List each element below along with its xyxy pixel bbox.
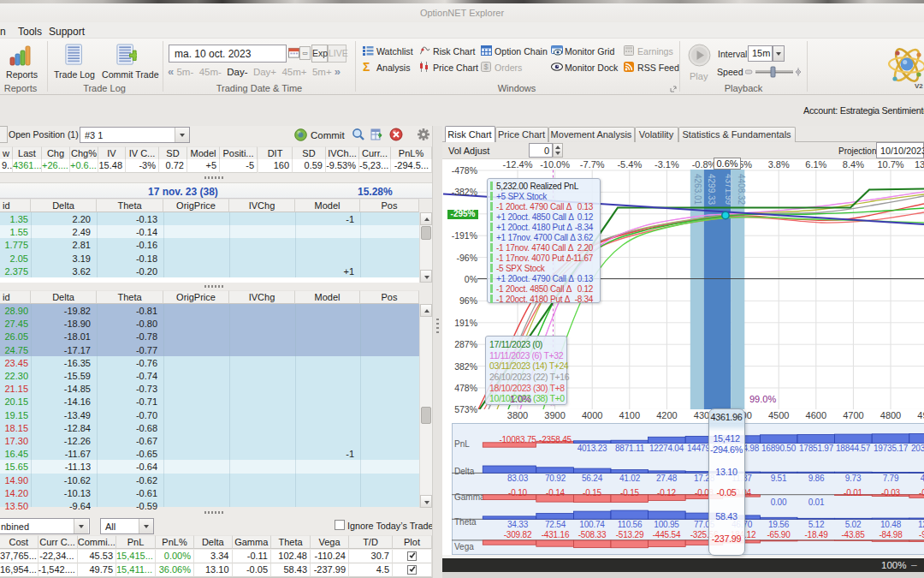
svg-text:4299.33: 4299.33 — [707, 174, 716, 206]
svg-text:4408.32: 4408.32 — [737, 174, 746, 206]
svg-text:4263.01: 4263.01 — [693, 174, 702, 206]
svg-text:4371.99: 4371.99 — [724, 174, 733, 206]
svg-text:V2: V2 — [915, 82, 923, 90]
svg-text:$: $ — [483, 63, 488, 71]
